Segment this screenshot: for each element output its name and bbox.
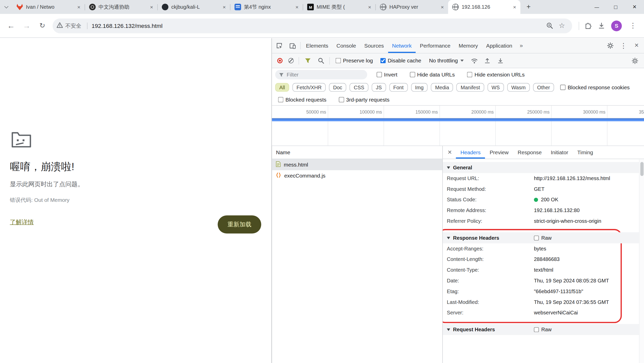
- learn-more-link[interactable]: 了解详情: [10, 218, 34, 226]
- tab-close-icon[interactable]: [148, 4, 155, 10]
- menu-kebab-icon[interactable]: [625, 18, 641, 34]
- browser-tab-nginx-doc[interactable]: 第4节 nginx: [230, 0, 303, 14]
- extensions-icon[interactable]: [582, 19, 595, 32]
- tab-search-button[interactable]: [0, 0, 12, 14]
- checkbox[interactable]: [336, 58, 341, 63]
- tab-performance[interactable]: Performance: [416, 38, 455, 53]
- inspect-element-icon[interactable]: [273, 38, 286, 53]
- tab-network[interactable]: Network: [388, 38, 416, 53]
- tab-close-icon[interactable]: [76, 4, 82, 10]
- details-scrollbar[interactable]: [639, 160, 644, 363]
- clear-network-log-icon[interactable]: [288, 58, 294, 63]
- chip-css[interactable]: CSS: [350, 83, 368, 92]
- tab-close-icon[interactable]: [439, 4, 446, 10]
- export-har-icon[interactable]: [495, 55, 506, 67]
- tab-sources[interactable]: Sources: [360, 38, 388, 53]
- window-close-button[interactable]: [625, 0, 644, 14]
- window-minimize-button[interactable]: [587, 0, 606, 14]
- security-label[interactable]: 不安全: [65, 22, 81, 29]
- address-bar[interactable]: 不安全 192.168.126.132/mess.html: [53, 18, 572, 33]
- chip-font[interactable]: Font: [389, 83, 408, 92]
- search-icon[interactable]: [315, 55, 326, 67]
- checkbox[interactable]: [278, 97, 284, 102]
- tab-close-icon[interactable]: [366, 4, 373, 10]
- checkbox[interactable]: [534, 235, 539, 240]
- disable-cache-checkbox[interactable]: Disable cache: [380, 58, 421, 64]
- back-button[interactable]: [3, 18, 19, 34]
- forward-button[interactable]: [19, 18, 35, 34]
- tab-elements[interactable]: Elements: [302, 38, 332, 53]
- scrollbar-thumb[interactable]: [640, 162, 644, 176]
- tab-initiator[interactable]: Initiator: [546, 146, 573, 159]
- chip-js[interactable]: JS: [372, 83, 386, 92]
- devtools-settings-gear-icon[interactable]: [604, 42, 617, 49]
- devtools-close-icon[interactable]: [630, 41, 643, 50]
- download-icon[interactable]: [595, 19, 608, 32]
- browser-tab-github[interactable]: ckjbug/kali-L: [158, 0, 230, 14]
- network-filter-input[interactable]: [275, 70, 367, 79]
- chip-all[interactable]: All: [275, 83, 289, 92]
- hide-data-urls-checkbox[interactable]: Hide data URLs: [410, 72, 455, 78]
- chip-manifest[interactable]: Manifest: [457, 83, 484, 92]
- close-details-icon[interactable]: [444, 146, 456, 159]
- blocked-response-cookies-checkbox[interactable]: Blocked response cookies: [560, 84, 630, 90]
- tab-response[interactable]: Response: [513, 146, 546, 159]
- browser-tab-gitlab[interactable]: Ivan / Netwo: [12, 0, 85, 14]
- requests-name-header[interactable]: Name: [272, 146, 443, 159]
- bookmark-star-icon[interactable]: [556, 19, 568, 32]
- network-overview-timeline[interactable]: 50000 ms 100000 ms 150000 ms 200000 ms 2…: [272, 106, 644, 146]
- checkbox[interactable]: [534, 327, 539, 332]
- record-network-log-icon[interactable]: [277, 58, 283, 63]
- zoom-icon[interactable]: [543, 19, 556, 32]
- chip-media[interactable]: Media: [431, 83, 453, 92]
- profile-avatar[interactable]: S: [611, 20, 622, 31]
- checkbox[interactable]: [377, 72, 382, 77]
- new-tab-button[interactable]: [523, 1, 534, 13]
- devtools-menu-kebab-icon[interactable]: [617, 41, 630, 50]
- checkbox[interactable]: [339, 97, 344, 102]
- hide-extension-urls-checkbox[interactable]: Hide extension URLs: [467, 72, 525, 78]
- request-raw-checkbox[interactable]: Raw: [534, 327, 551, 332]
- network-conditions-icon[interactable]: [469, 55, 480, 67]
- import-har-icon[interactable]: [482, 55, 493, 67]
- response-headers-section-header[interactable]: Response Headers Raw: [443, 232, 639, 243]
- tab-close-icon[interactable]: [294, 4, 300, 10]
- filter-funnel-icon[interactable]: [302, 55, 313, 67]
- checkbox[interactable]: [467, 72, 472, 77]
- network-settings-gear-icon[interactable]: [629, 55, 641, 67]
- tab-preview[interactable]: Preview: [485, 146, 513, 159]
- invert-checkbox[interactable]: Invert: [377, 72, 397, 78]
- tab-headers[interactable]: Headers: [456, 146, 485, 159]
- tab-close-icon[interactable]: [221, 4, 228, 10]
- device-toolbar-icon[interactable]: [286, 38, 299, 53]
- chip-wasm[interactable]: Wasm: [507, 83, 530, 92]
- url-text[interactable]: 192.168.126.132/mess.html: [92, 23, 543, 29]
- checkbox[interactable]: [560, 85, 566, 90]
- chip-other[interactable]: Other: [533, 83, 554, 92]
- tab-application[interactable]: Application: [482, 38, 516, 53]
- checkbox[interactable]: [410, 72, 415, 77]
- request-row-execcommand-js[interactable]: execCommand.js: [272, 170, 443, 181]
- throttling-dropdown[interactable]: No throttling: [429, 58, 464, 64]
- chip-img[interactable]: Img: [411, 83, 428, 92]
- browser-tab-chatgpt[interactable]: 中文沟通协助: [85, 0, 157, 14]
- general-section-header[interactable]: General: [443, 162, 639, 173]
- tab-console[interactable]: Console: [332, 38, 360, 53]
- preserve-log-checkbox[interactable]: Preserve log: [336, 58, 373, 64]
- browser-tab-current[interactable]: 192.168.126: [448, 0, 521, 14]
- reload-button[interactable]: [35, 18, 50, 34]
- request-row-mess-html[interactable]: mess.html: [272, 159, 443, 170]
- tab-close-icon[interactable]: [511, 4, 518, 10]
- more-tabs-icon[interactable]: [516, 42, 526, 49]
- tab-memory[interactable]: Memory: [455, 38, 482, 53]
- browser-tab-haproxy[interactable]: HAProxy ver: [376, 0, 448, 14]
- browser-tab-mdn[interactable]: MIME 类型 (: [303, 0, 376, 14]
- request-headers-section-header[interactable]: Request Headers Raw: [443, 324, 639, 335]
- reload-page-button[interactable]: 重新加载: [218, 215, 261, 234]
- third-party-requests-checkbox[interactable]: 3rd-party requests: [339, 96, 389, 103]
- window-maximize-button[interactable]: [606, 0, 625, 14]
- blocked-requests-checkbox[interactable]: Blocked requests: [278, 96, 326, 103]
- response-raw-checkbox[interactable]: Raw: [534, 235, 551, 240]
- chip-doc[interactable]: Doc: [329, 83, 346, 92]
- checkbox[interactable]: [380, 58, 386, 63]
